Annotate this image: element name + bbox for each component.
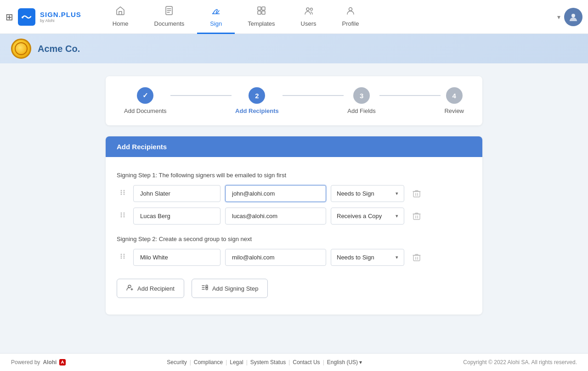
recipients-header: Add Recipients <box>106 136 482 157</box>
email-input-2[interactable] <box>225 208 326 225</box>
recipients-body: Signing Step 1: The following signers wi… <box>106 157 482 315</box>
profile-dropdown-arrow[interactable]: ▾ <box>557 13 560 21</box>
svg-point-16 <box>124 194 125 195</box>
svg-point-23 <box>124 216 125 218</box>
recipients-card: Add Recipients Signing Step 1: The follo… <box>106 136 482 315</box>
grid-menu-icon[interactable]: ⊞ <box>6 11 13 22</box>
step-2-label: Add Recipients <box>235 107 279 114</box>
footer-sep-4: | <box>288 359 290 365</box>
nav-item-users[interactable]: Users <box>288 0 329 34</box>
drag-handle-2[interactable] <box>117 209 129 223</box>
footer-link-security[interactable]: Security <box>167 359 187 365</box>
delete-button-3[interactable] <box>409 251 424 264</box>
templates-icon <box>256 6 266 18</box>
signing-step-1-label: Signing Step 1: The following signers wi… <box>117 172 471 179</box>
step-connector-2-3 <box>283 95 344 96</box>
sign-icon <box>211 6 221 18</box>
step-4-label: Review <box>444 107 464 114</box>
name-input-3[interactable] <box>133 249 220 266</box>
svg-point-13 <box>121 192 122 193</box>
svg-rect-4 <box>262 7 265 10</box>
svg-rect-3 <box>258 7 261 10</box>
footer-link-system-status[interactable]: System Status <box>250 359 286 365</box>
add-signing-step-label: Add Signing Step <box>212 285 258 292</box>
step-3-circle: 3 <box>353 87 370 104</box>
nav-item-documents[interactable]: Documents <box>141 0 198 34</box>
svg-point-22 <box>121 216 122 218</box>
profile-avatar[interactable] <box>564 8 582 26</box>
signing-step-2-label: Signing Step 2: Create a second group to… <box>117 236 471 242</box>
step-3-label: Add Fields <box>347 107 375 114</box>
svg-point-29 <box>121 258 122 259</box>
alohi-logo-small <box>59 359 66 365</box>
svg-point-19 <box>124 213 125 214</box>
logo-icon <box>18 8 35 26</box>
add-signing-step-button[interactable]: Add Signing Step <box>192 279 268 298</box>
footer-sep-5: | <box>323 359 324 365</box>
step-add-recipients: 2 Add Recipients <box>235 87 279 114</box>
svg-point-28 <box>124 256 125 257</box>
svg-point-10 <box>571 14 575 17</box>
footer-link-contact[interactable]: Contact Us <box>293 359 320 365</box>
name-input-2[interactable] <box>133 208 220 225</box>
delete-button-2[interactable] <box>409 209 424 223</box>
svg-point-14 <box>124 192 125 193</box>
stepper-container: ✓ Add Documents 2 Add Recipients 3 Add F… <box>106 76 482 125</box>
step-connector-1-2 <box>170 95 232 96</box>
step-add-documents: ✓ Add Documents <box>124 87 167 114</box>
step-review: 4 Review <box>444 87 464 114</box>
role-select-2-label: Receives a Copy <box>337 213 382 219</box>
role-select-3[interactable]: Needs to Sign ▾ <box>331 249 404 266</box>
nav-item-home[interactable]: Home <box>100 0 141 34</box>
signing-step-2-section: Signing Step 2: Create a second group to… <box>117 236 471 266</box>
role-select-1[interactable]: Needs to Sign ▾ <box>331 185 404 202</box>
email-input-1[interactable] <box>225 185 326 202</box>
logo-subtext: by Alohi <box>40 18 81 23</box>
nav-item-sign[interactable]: Sign <box>197 0 235 34</box>
footer-sep-1: | <box>190 359 191 365</box>
add-signing-step-icon <box>201 284 209 293</box>
logo-text: SIGN.PLUS <box>40 11 81 18</box>
recipient-row-3: Needs to Sign ▾ <box>117 249 471 266</box>
add-recipient-icon <box>126 284 134 293</box>
nav-label-home: Home <box>113 20 129 27</box>
drag-handle-3[interactable] <box>117 250 129 264</box>
chevron-down-icon-3: ▾ <box>396 254 398 260</box>
users-icon <box>304 6 314 18</box>
main-content: ✓ Add Documents 2 Add Recipients 3 Add F… <box>0 63 588 353</box>
nav-label-documents: Documents <box>154 20 185 27</box>
svg-point-26 <box>124 254 125 255</box>
footer-copyright: Copyright © 2022 Alohi SA. All rights re… <box>463 359 577 365</box>
footer-right: Copyright © 2022 Alohi SA. All rights re… <box>463 359 577 365</box>
chevron-down-icon-2: ▾ <box>396 213 398 219</box>
step-connector-3-4 <box>379 95 441 96</box>
role-select-2[interactable]: Receives a Copy ▾ <box>331 208 404 225</box>
email-input-3[interactable] <box>225 249 326 266</box>
step-2-circle: 2 <box>249 87 265 104</box>
nav-label-sign: Sign <box>210 20 222 27</box>
svg-point-15 <box>121 194 122 195</box>
footer-link-legal[interactable]: Legal <box>230 359 243 365</box>
svg-point-21 <box>124 214 125 216</box>
footer-left: Powered by Alohi <box>11 359 66 365</box>
action-buttons: Add Recipient Add Signing Step <box>117 279 471 302</box>
name-input-1[interactable] <box>133 185 220 202</box>
delete-button-1[interactable] <box>409 187 424 201</box>
nav-right: ▾ <box>557 8 582 26</box>
step-4-circle: 4 <box>446 87 463 104</box>
svg-point-18 <box>121 213 122 214</box>
company-logo <box>11 39 31 59</box>
nav-item-profile[interactable]: Profile <box>329 0 372 34</box>
svg-point-27 <box>121 256 122 257</box>
nav-item-templates[interactable]: Templates <box>235 0 288 34</box>
add-recipient-button[interactable]: Add Recipient <box>117 279 184 298</box>
svg-point-7 <box>306 8 309 11</box>
profile-icon <box>345 6 356 18</box>
footer-link-language[interactable]: English (US) ▾ <box>327 359 362 365</box>
stepper: ✓ Add Documents 2 Add Recipients 3 Add F… <box>124 87 464 114</box>
home-icon <box>115 6 125 18</box>
add-recipient-label: Add Recipient <box>137 285 175 292</box>
footer-link-compliance[interactable]: Compliance <box>194 359 223 365</box>
svg-rect-34 <box>59 359 66 365</box>
drag-handle-1[interactable] <box>117 186 129 201</box>
